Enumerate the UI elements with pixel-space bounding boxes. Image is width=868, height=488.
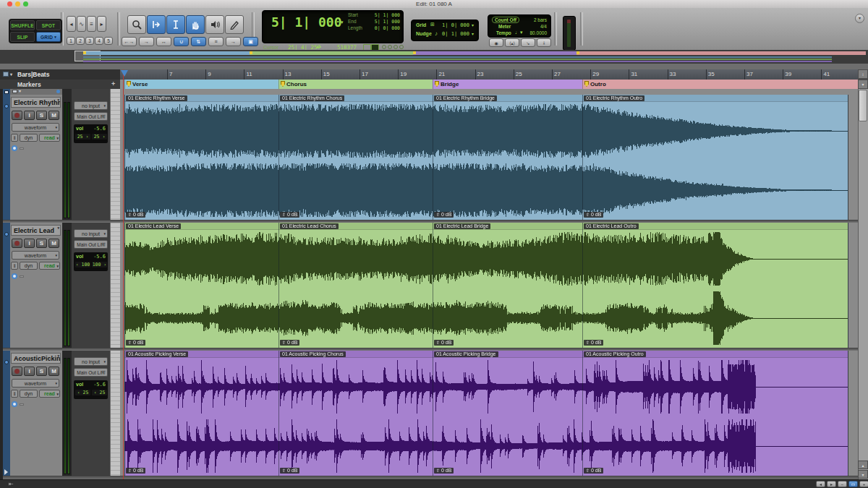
track-view-selector[interactable]: waveform▾	[12, 251, 59, 260]
tempo-label[interactable]: Tempo	[496, 30, 511, 35]
markers-expand-button[interactable]: ▾	[858, 80, 868, 89]
scroll-right-button[interactable]: ▸	[827, 481, 836, 487]
track-height-scroll-strip[interactable]	[110, 89, 120, 479]
ruler-grid-icon[interactable]	[3, 72, 9, 77]
pan-right-value[interactable]: ‹ 25	[92, 390, 107, 395]
pan-right-value[interactable]: 25 ›	[92, 134, 107, 140]
clip-gain-chip[interactable]: ⇧0 dB	[126, 468, 145, 474]
track-view-selector[interactable]: waveform▾	[12, 123, 59, 132]
zoom-midi-button[interactable]: ≡	[87, 16, 96, 32]
track-name-dropdown-icon[interactable]: ▾	[57, 226, 59, 230]
clip-name-label[interactable]: 01 Electric Lead Outro	[584, 223, 639, 229]
track-color-indicator-icon[interactable]	[4, 360, 9, 364]
clip-name-label[interactable]: 01 Acoustic Picking Outro	[584, 351, 646, 357]
automation-mode-button[interactable]: read▾	[39, 390, 60, 398]
output-meter-fader[interactable]	[563, 16, 576, 51]
ruler-expand-button[interactable]: ↕	[858, 69, 868, 79]
zoom-window-button[interactable]: ▭	[848, 481, 858, 487]
count-off-label[interactable]: Count Off	[492, 17, 519, 23]
automation-mode-button[interactable]: read▾	[39, 134, 60, 142]
link-track-selection-button[interactable]: ⇅	[191, 37, 206, 46]
zoom-preset-3[interactable]: 3	[85, 37, 94, 45]
scroll-left-button[interactable]: ◂	[816, 481, 825, 487]
pan-left-value[interactable]: ‹ 100	[75, 262, 90, 267]
tempo-value[interactable]: 80.0000	[522, 30, 547, 35]
track-list-icon[interactable]	[4, 90, 9, 94]
edit-mode-shuffle[interactable]: SHUFFLE	[10, 20, 35, 30]
clip-name-label[interactable]: 01 Electric Lead Bridge	[434, 223, 490, 229]
grid-icon[interactable]: ⊞	[430, 22, 435, 27]
zoom-in-h-button[interactable]: +	[859, 481, 868, 487]
zoom-preset-2[interactable]: 2	[76, 37, 85, 45]
automation-toggle-icon[interactable]: ⇕	[11, 262, 18, 270]
zoomer-tool-icon[interactable]	[127, 15, 146, 34]
clip-gain-chip[interactable]: ⇧0 dB	[280, 212, 299, 218]
input-selector[interactable]: no input▾	[74, 229, 108, 238]
record-enable-button[interactable]	[12, 367, 22, 376]
dyn-button[interactable]: dyn	[20, 390, 38, 398]
record-enable-button[interactable]	[12, 111, 22, 120]
clip-name-label[interactable]: 01 Electric Rhythm Verse	[126, 95, 187, 101]
trim-tool-icon[interactable]	[147, 15, 166, 34]
edit-mode-slip[interactable]: SLIP	[10, 32, 35, 42]
edit-mode-spot[interactable]: SPOT	[36, 20, 61, 30]
markers-lane[interactable]: VerseChorusBridgeOutro	[120, 80, 858, 90]
track-waveform-canvas[interactable]	[120, 351, 858, 476]
playhead-marker-icon[interactable]	[121, 70, 128, 77]
automation-toggle-icon[interactable]: ⇕	[11, 134, 18, 142]
track-view-grid-icon[interactable]	[12, 90, 17, 93]
zoom-preset-5[interactable]: 5	[104, 37, 113, 45]
track-color-indicator-icon[interactable]	[4, 104, 9, 108]
clip-name-label[interactable]: 01 Acoustic Picking Bridge	[434, 351, 498, 357]
mute-button[interactable]: M	[48, 367, 59, 376]
track-name[interactable]: AcousticPicking▾	[11, 353, 61, 364]
output-selector[interactable]: Main Out L/R⇧	[74, 240, 108, 249]
marker-tag-icon[interactable]	[435, 81, 439, 87]
add-marker-button[interactable]: +	[111, 80, 115, 87]
nudge-label[interactable]: Nudge	[416, 31, 432, 36]
solo-button[interactable]: S	[36, 111, 47, 120]
track-color-indicator-icon[interactable]	[4, 232, 9, 236]
input-monitor-button[interactable]: I	[24, 111, 35, 120]
edit-mode-grid[interactable]: GRID▾	[36, 32, 61, 42]
marker-segment-outro[interactable]: Outro	[582, 80, 858, 89]
transport-circle-icon[interactable]	[388, 45, 392, 49]
vertical-scrollbar[interactable]	[858, 89, 868, 479]
clip-name-label[interactable]: 01 Electric Rhythm Chorus	[280, 95, 344, 101]
marker-tag-icon[interactable]	[584, 81, 589, 87]
volume-pan-display[interactable]: vol-5.625 ›25 ›	[74, 124, 108, 143]
waveform-edit-area[interactable]: 01 Electric Rhythm Verse⇧0 dB01 Electric…	[120, 89, 858, 479]
clip-gain-chip[interactable]: ⇧0 dB	[434, 468, 454, 474]
midi-merge-button[interactable]: ⤓	[537, 38, 551, 47]
elastic-audio-icon[interactable]	[12, 273, 17, 279]
nudge-value[interactable]: 0| 1| 000	[441, 31, 469, 37]
transport-circle-icon[interactable]	[393, 45, 398, 49]
clip-gain-chip[interactable]: ⇧0 dB	[434, 212, 454, 218]
nudge-dropdown-icon[interactable]: ▾	[472, 31, 474, 36]
track-separator[interactable]	[3, 348, 858, 351]
grid-dropdown-icon[interactable]: ▾	[472, 22, 474, 27]
ruler-mode-label[interactable]: Bars|Beats	[17, 71, 49, 78]
scroll-down-button[interactable]: ▾	[858, 470, 868, 479]
mute-button[interactable]: M	[48, 111, 59, 120]
meter-label[interactable]: Meter	[498, 24, 511, 29]
clip-name-label[interactable]: 01 Electric Lead Verse	[126, 223, 181, 229]
output-selector[interactable]: Main Out L/R⇧	[74, 112, 108, 121]
zoom-preset-1[interactable]: 1	[67, 37, 75, 45]
marker-tag-icon[interactable]	[127, 81, 131, 87]
clip-name-label[interactable]: 01 Acoustic Picking Chorus	[280, 351, 346, 357]
pan-left-value[interactable]: ‹ 25	[75, 390, 90, 395]
grid-value[interactable]: 1| 0| 000	[441, 22, 469, 28]
grid-label[interactable]: Grid	[416, 22, 426, 27]
clip-gain-chip[interactable]: ⇧0 dB	[126, 340, 145, 346]
track-name[interactable]: Electric Rhythm▾	[11, 97, 61, 108]
clip-name-label[interactable]: 01 Acoustic Picking Verse	[126, 351, 188, 357]
pan-left-value[interactable]: 25 ›	[75, 134, 90, 140]
track-list-expand-icon[interactable]	[4, 469, 8, 475]
bars-beats-ruler[interactable]: 791113151719212325272931333537394143	[120, 69, 858, 80]
track-name-dropdown-icon[interactable]: ▾	[57, 354, 59, 358]
count-off-value[interactable]: 2 bars	[522, 17, 547, 22]
track-name[interactable]: Electric Lead▾	[11, 225, 61, 236]
track-name-dropdown-icon[interactable]: ▾	[57, 98, 59, 102]
dyn-button[interactable]: dyn	[20, 134, 38, 142]
